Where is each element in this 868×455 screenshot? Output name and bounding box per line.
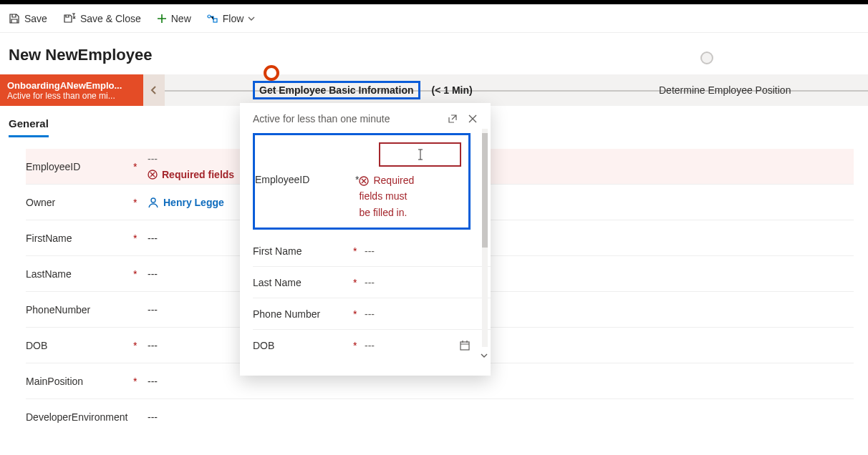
bpf-collapse-button[interactable] bbox=[143, 74, 165, 106]
save-close-label: Save & Close bbox=[80, 13, 141, 24]
chevron-down-icon bbox=[481, 352, 488, 359]
scroll-arrow-down[interactable] bbox=[479, 350, 489, 361]
business-process-flow: OnboardingANewEmplo... Active for less t… bbox=[0, 74, 868, 106]
bpf-stage-marker bbox=[700, 52, 713, 64]
tab-general[interactable]: General bbox=[9, 117, 49, 137]
flow-icon bbox=[207, 14, 218, 24]
field-label: LastName bbox=[26, 268, 133, 280]
fly-field-lastname[interactable]: Last Name * --- bbox=[253, 267, 491, 298]
bpf-stage2-label: Determine Employee Position bbox=[659, 84, 791, 96]
calendar-icon[interactable] bbox=[459, 340, 471, 351]
required-marker: * bbox=[133, 197, 148, 208]
stage-flyout: Active for less than one minute Employee… bbox=[240, 103, 491, 376]
employee-id-input[interactable] bbox=[379, 142, 461, 167]
chevron-left-icon bbox=[150, 85, 158, 95]
required-marker: * bbox=[133, 268, 148, 280]
flow-button[interactable]: Flow bbox=[207, 13, 256, 24]
required-marker: * bbox=[133, 233, 148, 244]
field-value: --- bbox=[365, 277, 471, 288]
svg-rect-5 bbox=[460, 342, 469, 350]
svg-rect-1 bbox=[213, 19, 217, 22]
bpf-name: OnboardingANewEmplo... bbox=[7, 80, 136, 91]
save-button[interactable]: Save bbox=[9, 13, 47, 24]
field-label: Phone Number bbox=[253, 308, 353, 320]
bpf-stage-position-label[interactable]: Determine Employee Position bbox=[659, 74, 791, 106]
svg-point-0 bbox=[208, 15, 211, 18]
new-label: New bbox=[171, 13, 191, 24]
field-label: DOB bbox=[26, 340, 133, 351]
bpf-subtitle: Active for less than one mi... bbox=[7, 91, 136, 101]
field-devenv[interactable]: DeveloperEnvironment --- bbox=[26, 399, 854, 435]
new-button[interactable]: New bbox=[157, 13, 191, 24]
field-label: DOB bbox=[253, 340, 353, 351]
fly-field-phone[interactable]: Phone Number * --- bbox=[253, 298, 491, 330]
field-label: Owner bbox=[26, 197, 133, 208]
save-close-button[interactable]: Save & Close bbox=[63, 13, 141, 24]
plus-icon bbox=[157, 14, 167, 24]
fly-field-dob[interactable]: DOB * --- bbox=[253, 330, 491, 361]
flyout-status: Active for less than one minute bbox=[253, 113, 390, 124]
scroll-thumb[interactable] bbox=[482, 133, 488, 248]
bpf-header[interactable]: OnboardingANewEmplo... Active for less t… bbox=[0, 74, 143, 106]
command-bar: Save Save & Close New Flow bbox=[0, 4, 868, 33]
field-label: First Name bbox=[253, 245, 353, 257]
text-cursor-icon bbox=[417, 148, 424, 161]
chevron-down-icon bbox=[248, 15, 255, 22]
placeholder-text: --- bbox=[148, 153, 234, 165]
save-close-icon bbox=[63, 13, 76, 24]
validation-error: Required fields bbox=[148, 169, 234, 180]
bpf-stage-basic-info-label[interactable]: Get Employee Basic Information (< 1 Min) bbox=[253, 74, 473, 106]
required-marker: * bbox=[353, 340, 365, 351]
required-marker: * bbox=[353, 308, 365, 320]
field-label: PhoneNumber bbox=[26, 304, 133, 315]
error-icon bbox=[148, 170, 158, 180]
bpf-stage1-time: (< 1 Min) bbox=[432, 84, 473, 96]
save-icon bbox=[9, 13, 20, 24]
field-label: FirstName bbox=[26, 233, 133, 244]
required-marker: * bbox=[353, 277, 365, 288]
validation-error-text: Required fields must be filled in. bbox=[359, 172, 461, 220]
person-icon bbox=[148, 197, 159, 208]
save-label: Save bbox=[24, 13, 47, 24]
required-marker: * bbox=[133, 376, 148, 387]
fly-field-firstname[interactable]: First Name * --- bbox=[253, 235, 491, 267]
field-value: --- bbox=[365, 245, 471, 257]
field-label: EmployeeID bbox=[26, 161, 133, 172]
required-marker: * bbox=[133, 161, 148, 172]
bpf-stage1-label: Get Employee Basic Information bbox=[259, 84, 414, 96]
field-label: Last Name bbox=[253, 277, 353, 288]
close-icon[interactable] bbox=[468, 114, 478, 124]
owner-lookup[interactable]: Henry Legge bbox=[148, 197, 224, 208]
flow-label: Flow bbox=[223, 13, 244, 24]
fly-employee-id-label: EmployeeID bbox=[255, 172, 355, 185]
required-marker: * bbox=[133, 340, 148, 351]
field-label: DeveloperEnvironment bbox=[26, 411, 133, 424]
error-icon bbox=[359, 176, 369, 186]
annotation-box: Get Employee Basic Information bbox=[253, 81, 420, 99]
field-value: --- bbox=[365, 340, 471, 351]
field-value: --- bbox=[148, 376, 854, 387]
field-value: --- bbox=[148, 411, 854, 423]
flyout-header: Active for less than one minute bbox=[240, 113, 491, 132]
field-label: MainPosition bbox=[26, 376, 133, 387]
annotation-box-field: EmployeeID * Required fields must be fil… bbox=[253, 133, 471, 230]
flyout-scrollbar[interactable] bbox=[479, 129, 489, 361]
field-value: --- bbox=[365, 308, 471, 320]
page-title: New NewEmployee bbox=[0, 33, 868, 74]
popout-icon[interactable] bbox=[448, 114, 458, 124]
flyout-body: EmployeeID * Required fields must be fil… bbox=[240, 133, 491, 361]
svg-point-3 bbox=[151, 198, 155, 202]
required-marker: * bbox=[353, 245, 365, 257]
